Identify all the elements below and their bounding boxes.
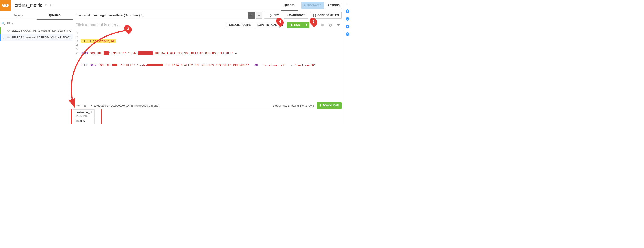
drag-handle-icon[interactable]: ⋮⋮ [2, 36, 6, 39]
conn-suffix: (Snowflake) [123, 14, 140, 17]
row-count-status: 1 columns. Showing 1 of 1 rows [273, 104, 314, 107]
download-button[interactable]: ⬇DOWNLOAD [316, 102, 342, 109]
copy-query-icon[interactable]: ⧉ [319, 22, 326, 28]
create-recipe-button[interactable]: +CREATE RECIPE [224, 22, 253, 28]
expand-icon[interactable]: ⤢ [248, 12, 255, 19]
download-icon: ⬇ [319, 104, 322, 107]
execution-status: Executed on 2024/09/04 14:45 (in about a… [94, 104, 159, 107]
svg-text:i: i [347, 18, 348, 20]
page-title: orders_metric [15, 3, 42, 8]
plus-icon: + [226, 23, 228, 27]
query-name-row: Click to name this query... +CREATE RECI… [73, 20, 344, 30]
line-gutter: 1 2 3 4 5 6 [73, 30, 80, 66]
info-icon[interactable]: i [141, 14, 144, 17]
code-view-icon[interactable]: </> [75, 103, 82, 108]
table-view-icon[interactable]: ▦ [82, 103, 88, 108]
query-item-label: SELECT COUNT(*) AS missing_key_count FRO… [12, 29, 73, 32]
play-icon: ▶ [291, 23, 293, 27]
right-rail: ← i [344, 0, 351, 124]
status-bar: </> ▦ ✔ Executed on 2024/09/04 14:45 (in… [73, 102, 344, 109]
actions-button[interactable]: ACTIONS [325, 2, 342, 9]
logo-text: SQL [2, 4, 9, 7]
autosaved-badge: AUTO-SAVED [302, 2, 324, 9]
search-icon: 🔍 [1, 22, 5, 25]
sql-editor[interactable]: 1 2 3 4 5 6 SELECT "customer_id" FROM "O… [73, 30, 344, 66]
run-label: RUN [294, 23, 300, 27]
tab-queries-top[interactable]: Queries [280, 0, 298, 11]
code-icon: </> [7, 36, 10, 39]
explain-plan-button[interactable]: EXPLAIN PLAN [255, 22, 280, 28]
run-dropdown[interactable]: ▾ [304, 22, 310, 28]
drag-handle-icon[interactable]: ⋮⋮ [2, 30, 6, 32]
info-circle-icon[interactable]: i [345, 17, 350, 21]
clock-icon[interactable]: ◷ [328, 22, 334, 28]
check-icon: ✔ [90, 104, 92, 107]
result-column-header[interactable]: customer_idVARCHAR [73, 110, 94, 118]
copy-icon[interactable]: ⧉ [45, 4, 47, 7]
add-markdown-button[interactable]: + MARKDOWN [284, 12, 308, 19]
download-label: DOWNLOAD [323, 104, 339, 107]
query-name-input[interactable]: Click to name this query... [75, 23, 122, 27]
collapse-icon[interactable]: ← [345, 1, 350, 6]
refresh-icon[interactable]: ↻ [50, 4, 52, 7]
code-area[interactable]: SELECT "customer_id" FROM "ONLINE_XXX"."… [80, 30, 344, 66]
sidebar-tab-tables[interactable]: Tables [0, 11, 36, 20]
result-area: customer_idVARCHAR 132885 [73, 109, 344, 124]
filter-input[interactable] [6, 21, 72, 26]
conn-prefix: Connected to [75, 14, 94, 17]
code-icon: </> [7, 29, 10, 32]
add-circle-icon[interactable] [345, 9, 350, 14]
add-query-button[interactable]: + QUERY [264, 12, 282, 19]
trash-icon[interactable]: 🗑 [336, 22, 342, 28]
query-list-item[interactable]: ⋮⋮ </> SELECT COUNT(*) AS missing_key_co… [0, 27, 73, 34]
create-recipe-label: CREATE RECIPE [229, 23, 251, 27]
history-icon[interactable] [345, 32, 350, 36]
menu-icon[interactable]: ≡ [256, 12, 262, 19]
query-list-item[interactable]: ⋮⋮ </> SELECT "customer_id" FROM "ONLINE… [0, 34, 73, 41]
conn-name: managed-snowflake [94, 14, 123, 17]
topbar: SQL orders_metric ⧉ ↻ Queries AUTO-SAVED… [0, 0, 344, 11]
connection-bar: Connected to managed-snowflake (Snowflak… [73, 11, 344, 20]
braces-icon: { } [313, 14, 316, 17]
sidebar: Tables Queries 🔍 ⋮⋮ </> SELECT COUNT(*) … [0, 11, 73, 124]
chat-icon[interactable] [345, 24, 350, 29]
sidebar-tab-queries[interactable]: Queries [36, 11, 73, 20]
run-button[interactable]: ▶RUN [287, 22, 304, 28]
code-samples-label: CODE SAMPLES [317, 14, 339, 17]
result-cell[interactable]: 132885 [73, 118, 94, 124]
query-item-label: SELECT "customer_id" FROM "ONLINE_500"."… [12, 36, 73, 39]
result-table: customer_idVARCHAR 132885 [73, 109, 94, 124]
logo: SQL [0, 0, 11, 11]
code-samples-button[interactable]: { } CODE SAMPLES [310, 12, 342, 19]
